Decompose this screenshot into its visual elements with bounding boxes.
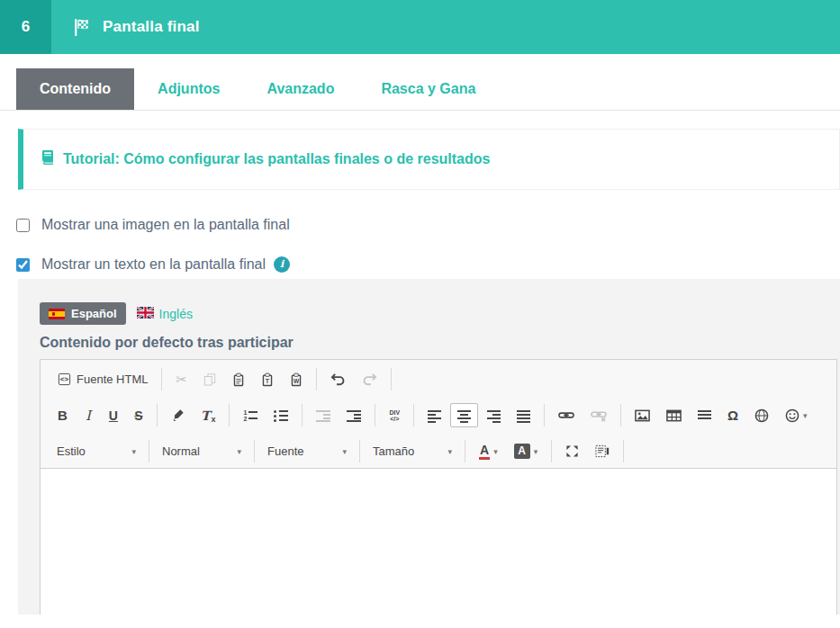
show-image-checkbox-row: Mostrar una imagen en la pantalla final [16,217,840,233]
language-tab-espanol-label: Español [71,307,117,320]
table-button[interactable] [659,403,689,427]
maximize-icon [565,444,579,458]
strikethrough-icon: S [134,408,142,423]
bulleted-list-button[interactable] [266,403,295,427]
chevron-down-icon: ▾ [447,447,452,456]
language-tab-espanol[interactable]: Español [40,302,126,325]
smiley-icon [785,408,799,423]
text-color-icon: A [479,444,490,460]
style-select[interactable]: Estilo▾ [50,439,143,463]
numbered-list-icon [243,409,257,422]
source-button[interactable]: <>Fuente HTML [50,367,155,391]
special-character-button[interactable]: Ω [720,403,745,427]
chevron-down-icon: ▾ [493,447,498,456]
chevron-down-icon: ▾ [342,447,347,456]
show-image-checkbox[interactable] [16,219,30,232]
cut-icon: ✂ [176,372,187,388]
font-select[interactable]: Fuente▾ [260,439,354,463]
link-icon [558,409,574,421]
rich-text-editor: <>Fuente HTML✂TWBIUSTΩ▾Estilo▾Normal▾Fue… [40,359,837,615]
toolbar-separator [302,404,303,426]
svg-text:T: T [266,378,270,384]
bold-icon: B [58,408,68,423]
editor-content[interactable] [41,468,836,615]
background-color-button[interactable]: A▾ [507,439,546,463]
image-button[interactable] [628,403,657,427]
book-icon [40,149,56,169]
style-select-value: Estilo [57,444,86,458]
editor-toolbar: <>Fuente HTML✂TWBIUSTΩ▾Estilo▾Normal▾Fue… [41,360,836,468]
image-icon [635,409,650,422]
chevron-down-icon: ▾ [534,447,538,456]
unlink-icon [591,409,607,422]
toolbar-separator [465,440,465,462]
toolbar-separator [620,404,621,426]
link-button[interactable] [551,403,582,427]
undo-button[interactable] [323,367,353,391]
show-text-checkbox[interactable] [16,258,30,272]
remove-format-button[interactable]: T [194,403,222,427]
increase-indent-button[interactable] [339,403,368,427]
div-container-icon [389,409,400,422]
text-color-button[interactable]: A▾ [472,439,505,463]
background-color-icon: A [514,444,530,459]
emoji-button[interactable]: ▾ [778,403,815,427]
tab-bar: ContenidoAdjuntosAvanzadoRasca y Gana [0,68,840,111]
toolbar-separator [316,368,317,390]
strikethrough-button[interactable]: S [127,403,150,427]
format-select[interactable]: Normal▾ [155,439,248,463]
toolbar-separator [161,368,162,390]
toolbar-separator [359,440,360,462]
numbered-list-button[interactable] [236,403,265,427]
show-blocks-button[interactable] [588,439,617,463]
language-tab-ingles[interactable]: Inglés [137,307,193,321]
showblocks-icon [595,444,610,458]
paste-from-word-button[interactable]: W [283,367,310,391]
tutorial-link[interactable]: Tutorial: Cómo configurar las pantallas … [18,129,840,190]
special-character-icon: Ω [727,408,738,423]
justify-button[interactable] [510,403,537,427]
iframe-button[interactable] [747,403,776,427]
toolbar-separator [544,404,545,426]
tab-avanzado[interactable]: Avanzado [243,68,357,110]
toolbar-row: <>Fuente HTML✂TW [41,360,836,396]
paste-text-icon: T [261,372,274,387]
tab-rasca-y-gana[interactable]: Rasca y Gana [357,68,499,110]
div-container-button[interactable] [382,403,407,427]
toolbar-separator [149,440,149,462]
tab-adjuntos[interactable]: Adjuntos [134,68,243,110]
chevron-down-icon: ▾ [131,447,136,456]
language-tab-ingles-label: Inglés [159,307,193,321]
undo-icon [330,372,346,386]
horizontal-rule-button[interactable] [691,403,718,427]
bold-button[interactable]: B [50,403,75,427]
align-left-button[interactable] [420,403,448,427]
info-icon[interactable]: i [274,256,290,273]
svg-text:W: W [294,378,300,384]
copy-formatting-button[interactable] [164,403,192,427]
decrease-indent-icon [316,409,330,422]
size-select[interactable]: Tamaño▾ [366,439,459,463]
brush-icon [171,408,185,422]
source-button-label: Fuente HTML [77,372,148,386]
redo-icon [362,372,377,386]
italic-button[interactable]: I [77,403,100,427]
toolbar-separator [391,368,392,390]
align-center-button[interactable] [450,403,478,427]
align-right-icon [487,409,501,422]
section-header: 6 Pantalla final [0,0,840,54]
italic-icon: I [86,408,91,424]
size-select-value: Tamaño [373,444,414,458]
maximize-button[interactable] [558,439,586,463]
increase-indent-icon [347,409,361,422]
align-left-icon [428,409,441,422]
chevron-down-icon: ▾ [237,447,241,456]
text-settings-panel: EspañolInglés Contenido por defecto tras… [18,279,840,615]
paste-button[interactable] [225,367,252,391]
paste-as-text-button[interactable]: T [254,367,281,391]
paste-word-icon: W [290,372,303,387]
align-right-button[interactable] [480,403,508,427]
underline-button[interactable]: U [102,403,125,427]
tab-contenido[interactable]: Contenido [16,68,134,110]
chevron-down-icon: ▾ [803,411,808,420]
